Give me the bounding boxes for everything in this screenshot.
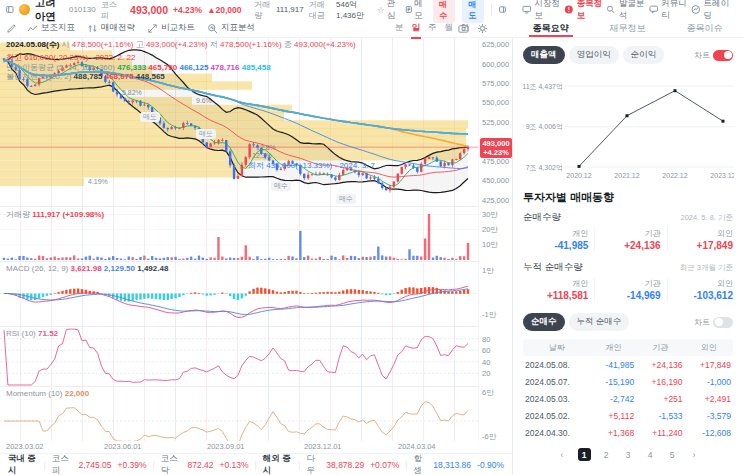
investor-cell-외인: 외인-103,612 [668,278,733,301]
page-4[interactable]: 4 [644,448,657,461]
investor-buttons: 순매수누적 순매수차트 [523,313,733,331]
date-label: 2023.12.01 [304,442,342,451]
chip-매출액[interactable]: 매출액 [523,46,565,64]
table-cell: +11,240 [636,424,684,441]
volume-label: 거래량 [254,0,271,21]
macd-value: 3,621.98 [70,264,103,273]
tab-종목이슈[interactable]: 종목이슈 [687,19,723,37]
separator: · [122,5,125,14]
table-cell-date: 2024.04.30. [523,424,591,441]
table-cell-date: 2024.05.02. [523,407,591,424]
analyze-icon [207,23,218,34]
table-cell: -41,985 [591,356,636,373]
table-cell: -3,579 [685,407,733,424]
investor-value: +24,136 [595,240,660,251]
star-icon: ☆ [377,5,385,15]
pencil-icon[interactable] [6,23,17,34]
investor-value: -41,985 [523,240,588,251]
page-3[interactable]: 3 [622,448,635,461]
price-axis: 625,000600,000575,000550,000525,000475,0… [478,38,512,441]
investor-cell-개인: 개인-41,985 [523,228,595,251]
chart-toggle[interactable] [713,50,733,61]
net-buy-row: 순매수량2024. 5. 8. 기준 [523,211,733,224]
table-row: 2024.04.30.+1,368+11,240-12,608 [523,424,733,441]
main-chart[interactable]: 5.82%9.6%12.8%12.3%4.19% [0,38,478,441]
stock-market: 코스피 [101,0,118,21]
next-page-button[interactable]: › [688,448,701,461]
chart-area: 5.82%9.6%12.8%12.3%4.19% 625,000600,0005… [0,38,512,475]
investor-name: 외인 [668,228,733,239]
panel-toggle-icon[interactable] [499,4,506,15]
timeframe-일[interactable]: 일 [411,20,422,36]
tool-지표분석[interactable]: 지표분석 [207,22,255,34]
ticker-change: +0.39% [118,460,147,470]
arrows-icon [87,23,98,34]
tab-종목요약[interactable]: 종목요약 [533,19,569,37]
price-axis-label: 425,000 [482,196,509,205]
table-row: 2024.05.08.-41,985+24,136+17,849 [523,356,733,373]
chip-누적 순매수[interactable]: 누적 순매수 [569,313,630,331]
investor-name: 기관 [595,278,660,289]
turnover-label: 거래대금 [309,0,331,21]
ticker-value: 18,313.86 [433,460,471,470]
price-axis-label: 600,000 [482,60,509,69]
volume-pane-label: 거래량 111,917 (+109.98%) [6,209,104,220]
compare-icon [147,23,158,34]
price-axis-label: 450,000 [482,176,509,185]
tool-비교차트[interactable]: 비교차트 [147,22,195,34]
chart-toggle[interactable] [713,317,733,328]
svg-text:2020.12: 2020.12 [566,172,591,179]
table-cell: -1,533 [636,407,684,424]
ticker-name[interactable]: 다우 [307,453,321,475]
page-2[interactable]: 2 [600,448,613,461]
ticker-change: -0.90% [477,460,504,470]
timeframe-주[interactable]: 주 [427,20,438,36]
chip-영업이익[interactable]: 영업이익 [569,46,619,64]
pane-axis-label: 30만 [482,210,498,220]
page-1[interactable]: 1 [578,448,591,461]
table-header-개인: 개인 [591,339,636,356]
toggle-knob [724,51,732,59]
ticker-group-label: 국내 증시 [8,453,38,475]
table-cell-date: 2024.05.03. [523,390,591,407]
investor-value: -14,969 [595,290,660,301]
table-cell: -2,742 [591,390,636,407]
macd-value: 2,129.50 [104,264,137,273]
investor-cell-기관: 기관-14,969 [595,278,667,301]
chip-순이익[interactable]: 순이익 [623,46,665,64]
ticker-name[interactable]: 항셍 [413,453,427,475]
ticker-name[interactable]: 코스피 [52,453,73,475]
timeframe-월[interactable]: 월 [444,20,455,36]
financial-buttons: 매출액영업이익순이익차트 [523,46,733,64]
toggle-label: 차트 [694,50,710,61]
tool-label: 보조지표 [41,22,75,34]
sell-badge: 매도 [140,112,160,122]
page-5[interactable]: 5 [666,448,679,461]
ticker-separator: | [405,460,407,470]
gear-icon[interactable] [477,23,488,34]
table-cell: -12,608 [685,424,733,441]
buy-badge: 매수 [336,194,356,204]
chip-순매수[interactable]: 순매수 [523,313,565,331]
table-header-기관: 기관 [636,339,684,356]
camera-icon[interactable] [458,23,469,34]
panel-tabs: 종목요약재무정보종목이슈 [512,19,743,37]
svg-text:2021.12: 2021.12 [614,172,639,179]
date-axis: 2023.03.022023.06.012023.09.012023.12.01… [0,441,478,453]
pagination: ‹12345› [523,448,733,461]
tool-매매전략[interactable]: 매매전략 [87,22,135,34]
buy-badge: 매수 [271,181,291,191]
trading-app: 고려아연 010130 코스피 · 493,000 +4.23% ▲20,000… [0,0,743,475]
tool-보조지표[interactable]: 보조지표 [27,22,75,34]
sidebar-toggle-icon[interactable] [6,4,14,15]
tab-재무정보[interactable]: 재무정보 [610,19,646,37]
cum-buy-row: 누적 순매수량최근 3개월 기준 [523,261,733,274]
table-header-외인: 외인 [685,339,733,356]
ticker-name[interactable]: 코스닥 [161,453,182,475]
pane-axis-label: -6만 [482,432,496,442]
timeframe-분[interactable]: 분 [394,20,405,36]
prev-page-button[interactable]: ‹ [556,448,569,461]
pane-axis-label: 60 [482,346,490,355]
separator: · [247,5,250,14]
svg-text:7조 4,302억: 7조 4,302억 [526,164,563,171]
